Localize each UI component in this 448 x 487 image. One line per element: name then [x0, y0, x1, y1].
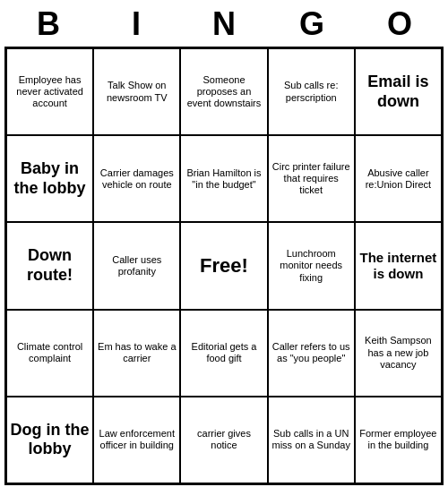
- bingo-cell-10[interactable]: Down route!: [6, 222, 93, 309]
- bingo-letter-o: O: [359, 5, 440, 43]
- bingo-cell-19[interactable]: Keith Sampson has a new job vacancy: [355, 310, 442, 397]
- bingo-cell-15[interactable]: Climate control complaint: [6, 310, 93, 397]
- bingo-cell-8[interactable]: Circ printer failure that requires ticke…: [268, 135, 355, 222]
- bingo-cell-7[interactable]: Brian Hamilton is "in the budget": [180, 135, 267, 222]
- bingo-cell-14[interactable]: The internet is down: [355, 222, 442, 309]
- bingo-cell-4[interactable]: Email is down: [355, 48, 442, 135]
- bingo-cell-0[interactable]: Employee has never activated account: [6, 48, 93, 135]
- bingo-cell-13[interactable]: Lunchroom monitor needs fixing: [268, 222, 355, 309]
- bingo-cell-6[interactable]: Carrier damages vehicle on route: [93, 135, 180, 222]
- bingo-letter-i: I: [96, 5, 177, 43]
- bingo-cell-18[interactable]: Caller refers to us as "you people": [268, 310, 355, 397]
- bingo-cell-16[interactable]: Em has to wake a carrier: [93, 310, 180, 397]
- bingo-cell-24[interactable]: Former employee in the building: [355, 397, 442, 483]
- bingo-header: BINGO: [4, 0, 444, 47]
- bingo-cell-9[interactable]: Abusive caller re:Union Direct: [355, 135, 442, 222]
- bingo-cell-2[interactable]: Someone proposes an event downstairs: [180, 48, 267, 135]
- bingo-letter-b: B: [8, 5, 89, 43]
- bingo-cell-23[interactable]: Sub calls in a UN miss on a Sunday: [268, 397, 355, 483]
- bingo-letter-g: G: [271, 5, 352, 43]
- bingo-cell-20[interactable]: Dog in the lobby: [6, 397, 93, 483]
- bingo-cell-17[interactable]: Editorial gets a food gift: [180, 310, 267, 397]
- bingo-cell-3[interactable]: Sub calls re: perscription: [268, 48, 355, 135]
- bingo-cell-22[interactable]: carrier gives notice: [180, 397, 267, 483]
- bingo-cell-5[interactable]: Baby in the lobby: [6, 135, 93, 222]
- bingo-cell-11[interactable]: Caller uses profanity: [93, 222, 180, 309]
- bingo-cell-21[interactable]: Law enforcement officer in building: [93, 397, 180, 483]
- bingo-grid: Employee has never activated accountTalk…: [4, 47, 444, 485]
- bingo-letter-n: N: [184, 5, 264, 43]
- bingo-cell-1[interactable]: Talk Show on newsroom TV: [93, 48, 180, 135]
- bingo-cell-12[interactable]: Free!: [180, 222, 267, 309]
